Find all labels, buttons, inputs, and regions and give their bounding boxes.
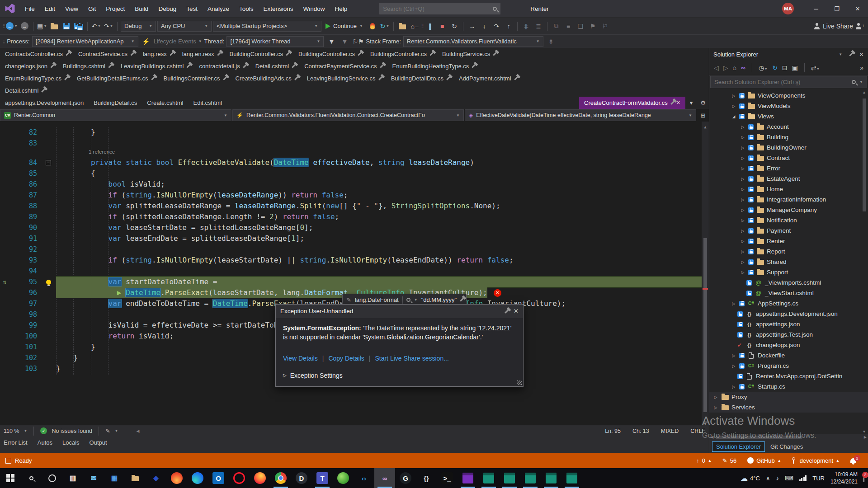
pin-icon[interactable]	[378, 76, 382, 80]
tree-item-Support[interactable]: ▷Support	[709, 267, 868, 277]
tree-item-EstateAgent[interactable]: ▷EstateAgent	[709, 174, 868, 184]
codelens-row[interactable]: 1 reference	[0, 149, 702, 157]
toolbar-drag-handle[interactable]: ⁞⁞	[3, 23, 5, 29]
panel-tab-git-changes[interactable]: Git Changes	[767, 442, 807, 451]
account-avatar[interactable]: MA	[782, 3, 794, 14]
edge-icon[interactable]	[187, 468, 208, 488]
tool-tab-output[interactable]: Output	[90, 439, 107, 446]
exception-close-icon[interactable]: ✕	[514, 306, 519, 317]
tool-tab-autos[interactable]: Autos	[38, 439, 52, 446]
scroll-down-icon[interactable]: ▼	[704, 418, 706, 425]
menu-tools[interactable]: Tools	[234, 0, 259, 17]
code-text[interactable]: }	[56, 352, 78, 363]
pin-icon[interactable]	[50, 64, 54, 68]
navigate-forward-button[interactable]: →	[19, 20, 30, 32]
start-button[interactable]	[0, 468, 21, 488]
exception-error-icon[interactable]: ✕	[494, 289, 501, 297]
health-status[interactable]: No issues found	[52, 428, 92, 434]
tree-item-Payment[interactable]: ▷Payment	[709, 225, 868, 236]
continue-button[interactable]: Continue▼	[323, 23, 366, 29]
collapsed-icon[interactable]: ▷	[731, 301, 736, 306]
tab-BuildingDetailDto.cs[interactable]: BuildingDetailDto.cs	[386, 72, 454, 84]
stop-button[interactable]: ■	[437, 20, 448, 32]
exception-settings-expander[interactable]: ▷ Exception Settings	[276, 366, 523, 386]
code-text[interactable]: var splittedLeaseDateRange = leaseDateRa…	[56, 201, 500, 211]
code-text[interactable]: {	[56, 168, 95, 179]
collapsed-icon[interactable]: ▷	[731, 385, 736, 389]
tree-item-Error[interactable]: ▷Error	[709, 163, 868, 174]
action-center-button[interactable]: 2	[863, 475, 864, 482]
collapsed-icon[interactable]: ▷	[731, 94, 736, 98]
se-refresh-icon[interactable]: ↻	[772, 64, 778, 71]
collapsed-icon[interactable]: ▷	[740, 145, 745, 150]
tree-item-ViewModels[interactable]: ▷ViewModels	[709, 101, 868, 111]
flag-threads-icon[interactable]: ⚐⚑	[352, 36, 363, 47]
tree-item-Shared[interactable]: ▷Shared	[709, 257, 868, 267]
code-text[interactable]: private static bool EffectiveDateValidat…	[56, 157, 474, 168]
tree-item-_ViewStart.cshtml[interactable]: @_ViewStart.cshtml	[709, 288, 868, 298]
pin-icon[interactable]	[472, 64, 476, 68]
code-lens-icon[interactable]: ≣	[533, 20, 544, 32]
debugbar-drag-handle[interactable]: ⁞⁞	[3, 39, 5, 44]
solution-explorer-header[interactable]: Solution Explorer ▼ ✕	[709, 48, 868, 61]
navigate-back-button[interactable]: ←▼	[6, 20, 18, 32]
filter-threads-icon[interactable]: ▼	[326, 36, 337, 47]
pin-icon[interactable]	[223, 76, 226, 80]
undo-button[interactable]: ↶▼	[91, 20, 102, 32]
exception-link-view-details[interactable]: View Details	[283, 353, 318, 364]
code-line-91[interactable]: 91 var leaseEndDate = splittedLeaseDateR…	[0, 233, 702, 244]
tab-lang.resx[interactable]: lang.resx	[138, 48, 177, 60]
line-ending-mixed-indicator[interactable]: MIXED	[661, 428, 679, 434]
tab-LeavingBuildings.cshtml[interactable]: LeavingBuildings.cshtml	[116, 60, 194, 72]
datatip-pin-icon[interactable]	[460, 298, 463, 301]
solution-explorer-search-input[interactable]	[714, 79, 848, 85]
tab-active-CreateContractFormValidator.cs[interactable]: CreateContractFormValidator.cs✕	[579, 97, 685, 109]
tree-item-Dockerfile[interactable]: ▷Dockerfile	[709, 350, 868, 361]
collapsed-icon[interactable]: ▷	[740, 249, 745, 254]
indent-icon[interactable]: ≡	[563, 20, 574, 32]
code-text[interactable]: var startDateToDateTime =	[56, 277, 702, 287]
code-line-88[interactable]: 88 var splittedLeaseDateRange = leaseDat…	[0, 201, 702, 211]
pin-icon[interactable]	[380, 64, 383, 68]
tab-LeavingBuildingService.cs[interactable]: LeavingBuildingService.cs	[302, 72, 386, 84]
touch-keyboard-icon[interactable]: ⌨	[785, 475, 793, 482]
pin-icon[interactable]	[294, 76, 298, 80]
purple-window-icon[interactable]	[458, 468, 478, 488]
collapsed-icon[interactable]: ▷	[740, 229, 745, 233]
network-icon[interactable]	[799, 475, 807, 481]
se-preview-selected-icon[interactable]: ▣	[792, 64, 798, 71]
se-scroll-left-icon[interactable]: ◀	[711, 435, 713, 439]
braces-app-icon[interactable]: {}	[416, 468, 437, 488]
exception-link-start-live-share-session-[interactable]: Start Live Share session...	[375, 353, 448, 364]
remote-window-icon-1[interactable]	[478, 468, 499, 488]
teams-icon[interactable]: T	[312, 468, 333, 488]
live-share-button[interactable]: Live Share	[814, 20, 853, 32]
tab-CreateBuildingAds.cs[interactable]: CreateBuildingAds.cs	[231, 72, 302, 84]
solution-platform-dropdown[interactable]: Any CPU▼	[157, 21, 212, 32]
collapsed-icon[interactable]: ▷	[740, 125, 745, 129]
tree-item-appsettings.json[interactable]: {}appsettings.json	[709, 319, 868, 329]
blue-app-icon[interactable]: ◆	[146, 468, 166, 488]
editor-options-gear-icon[interactable]: ⚙	[697, 97, 709, 109]
tree-item-changelogs.json[interactable]: ✓{}changelogs.json	[709, 340, 868, 350]
collapsed-icon[interactable]: ▷	[740, 135, 745, 140]
step-over-button[interactable]: ↷	[491, 20, 502, 32]
code-editor[interactable]: 82 }831 reference84− private static bool…	[0, 122, 709, 425]
restart-debug-button[interactable]: ↻	[449, 20, 460, 32]
weather-widget[interactable]: ☁ 4°C	[741, 474, 760, 483]
tool-tab-locals[interactable]: Locals	[62, 439, 80, 446]
tree-item-_ViewImports.cshtml[interactable]: @_ViewImports.cshtml	[709, 277, 868, 288]
tab-list-caret-icon[interactable]: ▾	[685, 97, 697, 109]
flag-icon[interactable]: ⚐	[599, 20, 610, 32]
menu-edit[interactable]: Edit	[40, 0, 60, 17]
clock[interactable]: 10:09 AM 12/24/2021	[830, 471, 858, 485]
code-text[interactable]: return isValid;	[56, 331, 174, 342]
hot-reload-button[interactable]	[367, 20, 378, 32]
pin-icon[interactable]	[151, 76, 155, 80]
stack-frame-dropdown[interactable]: Renter.Common.Validators.FluentValidatic…	[403, 36, 543, 47]
startup-project-dropdown[interactable]: <Multiple Startup Projects>▼	[213, 21, 321, 32]
tree-item-Startup.cs[interactable]: ▷C#Startup.cs	[709, 381, 868, 392]
code-text[interactable]: }	[56, 127, 95, 138]
pin-icon[interactable]	[286, 52, 289, 56]
se-collapse-all-icon[interactable]: ⊟	[782, 64, 788, 71]
